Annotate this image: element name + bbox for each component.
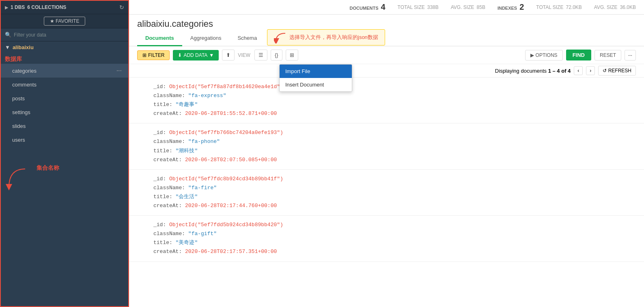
collection-name: slides	[12, 123, 116, 129]
collection-item-users[interactable]: users ···	[1, 133, 128, 147]
document-item-3: _id: ObjectId("5ef7fdd5b924cd34b89bb420"…	[129, 216, 644, 262]
annotation-collection-label: 集合名称	[32, 163, 63, 173]
doc-field-createat: createAt: 2020-06-28T02:17:44.760+00:00	[153, 201, 636, 210]
prev-page-button[interactable]: ‹	[574, 66, 583, 75]
collection-name: posts	[12, 95, 116, 102]
doc-field-createat: createAt: 2020-06-28T01:55:52.871+00:00	[153, 109, 636, 118]
total-size-label: TOTAL SIZE	[398, 4, 425, 10]
doc-field-title: title: "会生活"	[153, 192, 636, 201]
doc-field-id: _id: ObjectId("5ef7fb766bc74204a0efe193"…	[153, 128, 636, 137]
annotation-db: 数据库	[1, 53, 128, 64]
collection-title: alibaixiu.categories	[129, 15, 644, 29]
doc-field-classname: className: "fa-express"	[153, 91, 636, 100]
sidebar: ▶ 1 DBS 6 COLLECTIONS ↻ ★ FAVORITE 🔍 ▼ a…	[0, 0, 129, 307]
search-input[interactable]	[14, 32, 124, 38]
add-data-button[interactable]: ⬇ ADD DATA ▼	[173, 50, 219, 61]
document-item-1: _id: ObjectId("5ef7fb766bc74204a0efe193"…	[129, 123, 644, 169]
indexes-label: INDEXES	[498, 6, 517, 11]
doc-field-classname: className: "fa-phone"	[153, 137, 636, 146]
indexes-avg-stat: AVG. SIZE 36.0KB	[594, 4, 636, 10]
tab-aggregations[interactable]: Aggregations	[182, 31, 230, 46]
json-view-button[interactable]: {}	[271, 50, 282, 61]
list-view-button[interactable]: ☰	[254, 50, 267, 61]
collection-item-slides[interactable]: slides ···	[1, 119, 128, 133]
refresh-button[interactable]: ↺ REFRESH	[598, 66, 636, 76]
collection-title-text: alibaixiu.categories	[137, 19, 213, 29]
add-data-dropdown: Import File Insert Document	[279, 64, 352, 92]
toolbar: ⊞ FILTER ⬇ ADD DATA ▼ ⬆ VIEW ☰ {} ⊞ Impo…	[129, 46, 644, 64]
document-item-0: _id: ObjectId("5ef7f8a87df8b14620ea4e1d"…	[129, 78, 644, 123]
favorite-button[interactable]: ★ FAVORITE	[44, 17, 86, 26]
doc-field-title: title: "潮科技"	[153, 147, 636, 156]
document-item-2: _id: ObjectId("5ef7fdc8b924cd34b89bb41f"…	[129, 170, 644, 216]
db-chevron-icon: ▼	[5, 44, 10, 50]
import-file-item[interactable]: Import File	[280, 65, 352, 78]
collection-item-comments[interactable]: comments ···	[1, 78, 128, 91]
reset-button[interactable]: RESET	[594, 50, 621, 61]
options-button[interactable]: ▶ OPTIONS	[525, 50, 562, 61]
find-button[interactable]: FIND	[566, 50, 591, 61]
add-data-label: ADD DATA	[183, 52, 207, 58]
main-content: alibaixiu.categories 选择导入文件，再导入响应的json数据…	[129, 15, 644, 307]
next-page-button[interactable]: ›	[586, 66, 595, 75]
doc-field-title: title: "美奇迹"	[153, 238, 636, 247]
documents-list: _id: ObjectId("5ef7f8a87df8b14620ea4e1d"…	[129, 78, 644, 307]
tab-documents[interactable]: Documents	[137, 31, 182, 46]
indexes-total-stat: TOTAL SIZE 72.0KB	[536, 4, 582, 10]
doc-field-createat: createAt: 2020-06-28T02:07:50.085+00:00	[153, 156, 636, 164]
chevron-down-icon: ▼	[209, 52, 214, 58]
insert-document-item[interactable]: Insert Document	[280, 78, 352, 91]
tabs: Documents Aggregations Schema Explain Pl…	[129, 31, 644, 46]
sidebar-header: ▶ 1 DBS 6 COLLECTIONS ↻	[1, 1, 128, 14]
indexes-avg-size: 36.0KB	[620, 4, 636, 10]
indexes-total-size-label: TOTAL SIZE	[536, 4, 563, 10]
filter-button[interactable]: ⊞ FILTER	[137, 50, 170, 60]
collection-item-posts[interactable]: posts ···	[1, 91, 128, 105]
table-view-button[interactable]: ⊞	[286, 50, 298, 61]
dbs-count: 1 DBS	[11, 4, 25, 10]
doc-field-classname: className: "fa-gift"	[153, 229, 636, 238]
annotation-top-text: 选择导入文件，再导入响应的json数据	[289, 34, 378, 41]
tab-schema[interactable]: Schema	[229, 31, 265, 46]
indexes-count: 2	[519, 2, 524, 12]
view-label: VIEW	[238, 52, 250, 58]
refresh-icon[interactable]: ↻	[119, 4, 124, 11]
collections-count: 6 COLLECTIONS	[27, 4, 117, 10]
indexes-stat: INDEXES 2	[498, 2, 524, 12]
filter-icon: ⊞	[142, 52, 146, 58]
db-section: ▼ alibaixiu 数据库 categories ··· comments …	[1, 41, 128, 191]
indexes-avg-size-label: AVG. SIZE	[594, 4, 618, 10]
favorite-section: ★ FAVORITE	[1, 14, 128, 28]
collection-more-icon[interactable]: ···	[116, 67, 122, 74]
total-size-stat: TOTAL SIZE 338B	[398, 4, 439, 10]
more-options-button[interactable]: ···	[625, 50, 636, 61]
doc-field-id: _id: ObjectId("5ef7fdd5b924cd34b89bb420"…	[153, 221, 636, 229]
db-item-alibaixiu[interactable]: ▼ alibaixiu	[1, 41, 128, 53]
avg-size-stat: AVG. SIZE 85B	[451, 4, 485, 10]
avg-size-label: AVG. SIZE	[451, 4, 474, 10]
collection-name: users	[12, 137, 116, 143]
pagination-text: Displaying documents 1 – 4 of 4	[495, 68, 571, 74]
collection-item-settings[interactable]: settings ···	[1, 105, 128, 119]
pagination-bar: Displaying documents 1 – 4 of 4 ‹ › ↺ RE…	[129, 64, 644, 78]
collection-name: settings	[12, 109, 116, 115]
indexes-total-size: 72.0KB	[566, 4, 582, 10]
search-icon: 🔍	[5, 32, 11, 38]
main-wrapper: DOCUMENTS 4 TOTAL SIZE 338B AVG. SIZE 85…	[129, 0, 644, 307]
total-size-value: 338B	[427, 4, 439, 10]
documents-stat: DOCUMENTS 4	[350, 2, 386, 12]
collection-item-categories[interactable]: categories ···	[1, 64, 128, 78]
documents-count: 4	[381, 2, 385, 12]
upload-icon-button[interactable]: ⬆	[222, 50, 235, 61]
avg-size-value: 85B	[477, 4, 485, 10]
doc-field-id: _id: ObjectId("5ef7f8a87df8b14620ea4e1d"…	[153, 82, 636, 91]
expand-icon[interactable]: ▶	[5, 5, 8, 10]
search-section: 🔍	[1, 28, 128, 41]
collection-name: comments	[12, 82, 116, 88]
doc-field-id: _id: ObjectId("5ef7fdc8b924cd34b89bb41f"…	[153, 175, 636, 184]
doc-field-classname: className: "fa-fire"	[153, 184, 636, 192]
documents-label: DOCUMENTS	[350, 6, 379, 11]
collection-name: categories	[12, 68, 116, 74]
download-icon: ⬇	[178, 52, 182, 58]
db-name: alibaixiu	[13, 44, 34, 50]
